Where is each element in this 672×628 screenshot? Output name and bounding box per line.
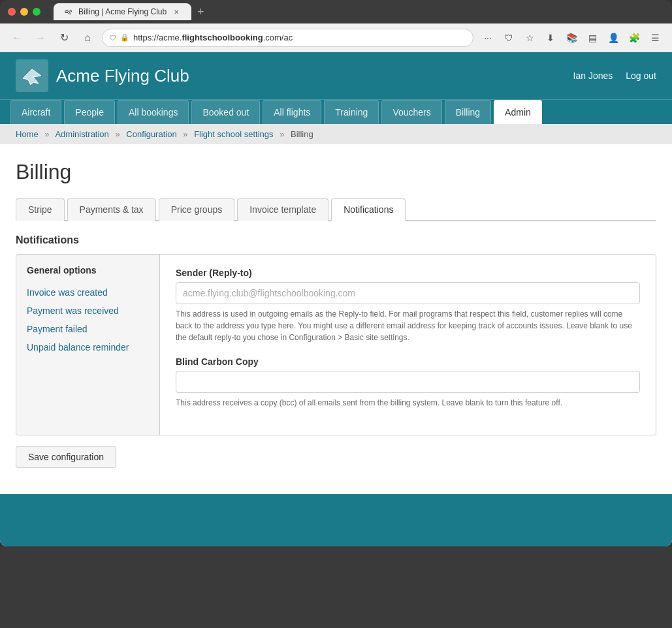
right-panel: Sender (Reply-to) This address is used i…	[160, 255, 656, 435]
sender-field-group: Sender (Reply-to) This address is used i…	[176, 268, 640, 343]
browser-window: 🛩 Billing | Acme Flying Club ✕ + ← → ↻ ⌂…	[0, 0, 672, 546]
bcc-label: Blind Carbon Copy	[176, 356, 640, 367]
home-button[interactable]: ⌂	[78, 29, 97, 47]
tab-invoice-template[interactable]: Invoice template	[237, 198, 328, 221]
nav-item-booked-out[interactable]: Booked out	[191, 100, 260, 124]
left-panel-title: General options	[27, 265, 149, 275]
nav-item-all-flights[interactable]: All flights	[263, 100, 321, 124]
reader-icon[interactable]: ▤	[583, 29, 601, 47]
section-title: Notifications	[16, 234, 656, 246]
breadcrumb-configuration[interactable]: Configuration	[126, 129, 176, 139]
site-footer	[0, 494, 672, 546]
bcc-field-group: Blind Carbon Copy This address receives …	[176, 356, 640, 409]
nav-item-all-bookings[interactable]: All bookings	[118, 100, 189, 124]
left-panel: General options Invoice was created Paym…	[16, 255, 160, 435]
menu-icon[interactable]: ☰	[646, 29, 664, 47]
browser-titlebar: 🛩 Billing | Acme Flying Club ✕ +	[0, 0, 672, 24]
breadcrumb-sep-1: »	[44, 129, 49, 139]
save-configuration-button[interactable]: Save configuration	[16, 446, 116, 468]
nav-item-people[interactable]: People	[64, 100, 115, 124]
tab-bar: 🛩 Billing | Acme Flying Club ✕ +	[54, 3, 664, 21]
left-panel-item-payment-failed[interactable]: Payment failed	[27, 320, 149, 338]
sender-label: Sender (Reply-to)	[176, 268, 640, 278]
username: Ian Jones	[573, 71, 613, 81]
browser-tab[interactable]: 🛩 Billing | Acme Flying Club ✕	[54, 3, 191, 20]
reload-button[interactable]: ↻	[55, 29, 73, 47]
tab-title: Billing | Acme Flying Club	[78, 7, 167, 16]
tab-favicon: 🛩	[64, 7, 73, 16]
account-icon[interactable]: 👤	[604, 29, 622, 47]
sender-help: This address is used in outgoing emails …	[176, 308, 640, 343]
site-name: Acme Flying Club	[56, 66, 189, 86]
tab-payments-tax[interactable]: Payments & tax	[67, 198, 156, 221]
traffic-lights	[8, 8, 40, 16]
security-icon: 🛡	[109, 34, 116, 42]
tab-notifications[interactable]: Notifications	[331, 198, 406, 221]
logo-icon	[16, 59, 48, 92]
header-user: Ian Jones Log out	[573, 71, 656, 81]
lock-icon: 🔒	[120, 33, 129, 42]
breadcrumb-sep-4: »	[280, 129, 284, 139]
new-tab-button[interactable]: +	[191, 3, 210, 21]
nav-item-admin[interactable]: Admin	[494, 100, 542, 124]
site-header: Acme Flying Club Ian Jones Log out	[0, 52, 672, 99]
extensions-icon[interactable]: 🧩	[625, 29, 643, 47]
url-text: https://acme.flightschoolbooking.com/ac	[133, 33, 466, 42]
notifications-container: General options Invoice was created Paym…	[16, 254, 656, 435]
breadcrumb-administration[interactable]: Administration	[55, 129, 108, 139]
bookmarks-icon[interactable]: 📚	[562, 29, 581, 47]
toolbar-icons: ··· 🛡 ☆ ⬇ 📚 ▤ 👤 🧩 ☰	[479, 29, 664, 47]
address-bar[interactable]: 🛡 🔒 https://acme.flightschoolbooking.com…	[102, 29, 473, 47]
billing-tabs: Stripe Payments & tax Price groups Invoi…	[16, 197, 656, 221]
nav-item-billing[interactable]: Billing	[445, 100, 491, 124]
tab-close-button[interactable]: ✕	[172, 7, 181, 16]
sender-input[interactable]	[176, 282, 640, 304]
shield-icon[interactable]: 🛡	[500, 29, 518, 47]
maximize-button[interactable]	[33, 8, 40, 16]
close-button[interactable]	[8, 8, 16, 16]
bcc-input[interactable]	[176, 371, 640, 393]
overflow-menu-icon[interactable]: ···	[479, 29, 497, 47]
download-icon[interactable]: ⬇	[541, 29, 560, 47]
forward-button[interactable]: →	[31, 29, 50, 47]
nav-item-aircraft[interactable]: Aircraft	[10, 100, 61, 124]
breadcrumb: Home » Administration » Configuration » …	[0, 124, 672, 144]
breadcrumb-sep-3: »	[183, 129, 187, 139]
tab-price-groups[interactable]: Price groups	[159, 198, 235, 221]
breadcrumb-billing: Billing	[291, 129, 313, 139]
logout-link[interactable]: Log out	[626, 71, 656, 81]
page-title: Billing	[16, 160, 656, 184]
main-nav: Aircraft People All bookings Booked out …	[0, 99, 672, 124]
nav-item-vouchers[interactable]: Vouchers	[381, 100, 441, 124]
browser-toolbar: ← → ↻ ⌂ 🛡 🔒 https://acme.flightschoolboo…	[0, 24, 672, 52]
back-button[interactable]: ←	[8, 29, 26, 47]
main-content: Billing Stripe Payments & tax Price grou…	[0, 144, 672, 494]
site-logo: Acme Flying Club	[16, 59, 189, 92]
minimize-button[interactable]	[20, 8, 28, 16]
tab-stripe[interactable]: Stripe	[16, 198, 65, 221]
left-panel-item-invoice-created[interactable]: Invoice was created	[27, 283, 149, 302]
star-icon[interactable]: ☆	[520, 29, 539, 47]
left-panel-item-unpaid-balance[interactable]: Unpaid balance reminder	[27, 338, 149, 356]
page-content: Acme Flying Club Ian Jones Log out Aircr…	[0, 52, 672, 546]
left-panel-item-payment-received[interactable]: Payment was received	[27, 302, 149, 320]
breadcrumb-flight-school[interactable]: Flight school settings	[194, 129, 273, 139]
breadcrumb-home[interactable]: Home	[16, 129, 39, 139]
breadcrumb-sep-2: »	[115, 129, 120, 139]
bcc-help: This address receives a copy (bcc) of al…	[176, 397, 640, 409]
nav-item-training[interactable]: Training	[324, 100, 379, 124]
